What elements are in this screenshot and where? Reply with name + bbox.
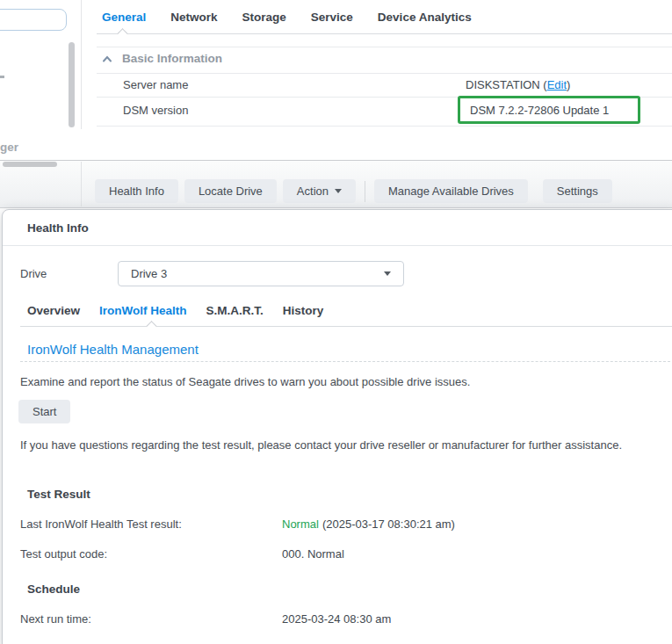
toolbar-separator [365,181,365,202]
tab-smart[interactable]: S.M.A.R.T. [206,304,264,317]
dashed-divider [20,361,672,362]
test-output-code-label: Test output code: [20,547,107,561]
dsm-version-value: DSM 7.2.2-72806 Update 1 [470,104,609,117]
ironwolf-heading: IronWolf Health Management [27,342,199,357]
sidebar-divider [81,0,82,129]
control-panel-tabs: General Network Storage Service Device A… [102,11,472,24]
dialog-tabs: Overview IronWolf Health S.M.A.R.T. Hist… [27,304,323,317]
edit-link[interactable]: Edit [547,78,567,91]
server-name-label: Server name [123,78,188,91]
start-button-label: Start [33,405,56,418]
caret-down-icon [335,189,342,193]
server-name-value: DISKSTATION (Edit) [466,78,570,91]
tab-general[interactable]: General [102,11,146,24]
drive-label: Drive [20,267,47,280]
status-timestamp: (2025-03-17 08:30:21 am) [322,517,455,531]
action-dropdown-button[interactable]: Action [283,179,356,203]
locate-drive-button[interactable]: Locate Drive [184,179,277,203]
server-name-text-suffix: ) [567,78,570,91]
dialog-header: Health Info [3,210,672,246]
divider [97,73,672,74]
dsm-version-label: DSM version [123,104,188,117]
locate-drive-button-label: Locate Drive [199,185,263,198]
next-run-time-value: 2025-03-24 08:30 am [282,612,391,626]
health-info-button[interactable]: Health Info [95,179,178,203]
last-test-result-value: Normal(2025-03-17 08:30:21 am) [282,517,455,531]
last-test-result-label: Last IronWolf Health Test result: [20,517,182,531]
section-title: Basic Information [122,52,222,65]
chevron-down-icon [384,271,391,276]
storage-manager-toolbar: Health Info Locate Drive Action Manage A… [0,160,672,208]
divider [97,47,672,47]
sidebar-scrollbar[interactable] [69,42,75,127]
settings-button-label: Settings [557,185,598,198]
manage-drives-button-label: Manage Available Drives [388,185,514,198]
tab-device-analytics[interactable]: Device Analytics [378,11,472,24]
basic-information-header[interactable]: Basic Information [102,52,222,65]
tab-overview[interactable]: Overview [27,304,80,317]
tab-service[interactable]: Service [311,11,353,24]
divider [97,126,672,127]
drive-select[interactable]: Drive 3 [118,261,404,286]
tab-ironwolf-health[interactable]: IronWolf Health [99,304,187,317]
sidebar-text-fragment [0,76,4,78]
test-result-heading: Test Result [27,488,90,501]
dsm-version-highlight-box: DSM 7.2.2-72806 Update 1 [458,96,640,124]
action-button-label: Action [297,185,329,198]
tab-strip-border [97,33,672,34]
ironwolf-description: Examine and report the status of Seagate… [20,375,470,388]
dialog-tab-strip-border [20,326,672,327]
window-title-fragment: ger [0,141,18,154]
test-output-code-value: 000. Normal [282,547,344,561]
next-run-time-label: Next run time: [20,612,91,626]
chevron-up-icon [102,55,112,62]
schedule-heading: Schedule [27,582,80,596]
start-button[interactable]: Start [18,400,70,423]
tab-history[interactable]: History [283,304,324,317]
dialog-title: Health Info [27,210,89,246]
tab-network[interactable]: Network [170,11,217,24]
active-tab-notch [117,28,128,40]
horizontal-scrollbar[interactable] [3,162,57,167]
health-info-dialog: Health Info Drive Drive 3 Overview IronW… [2,209,672,644]
tab-storage[interactable]: Storage [242,11,286,24]
search-input[interactable] [0,9,67,31]
manage-available-drives-button[interactable]: Manage Available Drives [374,179,528,203]
server-name-text: DISKSTATION ( [466,78,547,91]
drive-select-value: Drive 3 [131,267,167,280]
reseller-note: If you have questions regarding the test… [20,434,658,457]
toolbar-sidebar-divider [81,162,82,206]
settings-button[interactable]: Settings [543,179,612,203]
active-tab-notch [146,321,157,332]
health-info-button-label: Health Info [109,185,164,198]
status-normal: Normal [282,517,319,531]
